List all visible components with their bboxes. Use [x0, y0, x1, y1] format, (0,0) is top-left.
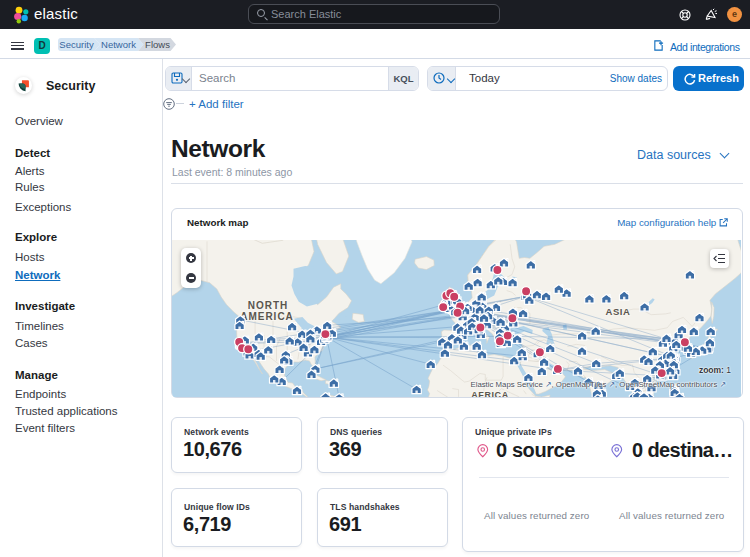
svg-text:ASIA: ASIA	[605, 306, 630, 317]
svg-text:AFRICA: AFRICA	[471, 390, 509, 398]
svg-text:AMERICA: AMERICA	[240, 311, 294, 322]
svg-text:NORTH: NORTH	[248, 300, 289, 311]
